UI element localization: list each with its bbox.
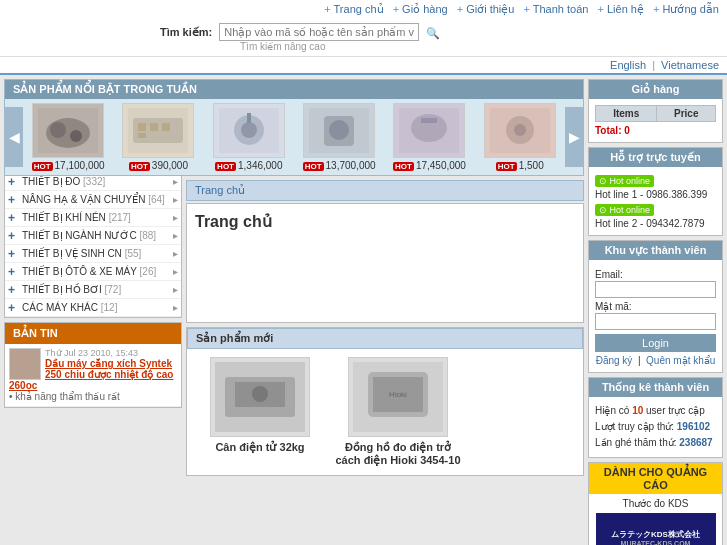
hotline-2: Hot online: [595, 204, 716, 216]
next-arrow[interactable]: ▶: [565, 107, 583, 167]
arrow-icon: ▸: [170, 248, 181, 259]
category-link[interactable]: THIẾT BỊ NGÀNH NƯỚC [88]: [18, 227, 170, 244]
np-name: Cân điện tử 32kg: [195, 441, 325, 454]
cart-body: Items Price Total: 0: [589, 99, 722, 142]
expand-icon[interactable]: +: [5, 301, 18, 315]
nav-huongdan[interactable]: Hướng dẫn: [653, 3, 719, 15]
product-image: [32, 103, 104, 158]
ad-text: Thước đo KDS: [593, 498, 718, 509]
login-button[interactable]: Login: [595, 334, 716, 352]
lang-vietnamese[interactable]: Vietnamese: [661, 59, 719, 71]
svg-rect-8: [162, 123, 170, 131]
category-link[interactable]: THIẾT BỊ VỆ SINH CN [55]: [18, 245, 170, 262]
cart-total: Total: 0: [595, 125, 716, 136]
hotline-1-number: Hot line 1 - 0986.386.399: [595, 189, 716, 200]
online-status-2[interactable]: Hot online: [595, 204, 654, 216]
arrow-icon: ▸: [170, 230, 181, 241]
featured-product: HOT13,700,000: [299, 103, 379, 171]
news-item: Thứ Jul 23 2010, 15:43 Dầu máy cắng xích…: [5, 344, 181, 407]
list-item: + THIẾT BỊ HỒ BƠI [72] ▸: [5, 281, 181, 299]
total-value: 0: [624, 125, 630, 136]
product-price: HOT13,700,000: [299, 160, 379, 171]
svg-rect-7: [150, 123, 158, 131]
hotline-1: Hot online: [595, 175, 716, 187]
ad-title: DÀNH CHO QUẢNG CÁO: [589, 463, 722, 494]
category-link[interactable]: THIẾT BỊ ÔTÔ & XE MÁY [26]: [18, 263, 170, 280]
category-link[interactable]: THIẾT BỊ KHÍ NÉN [217]: [18, 209, 170, 226]
online-status-1[interactable]: Hot online: [595, 175, 654, 187]
arrow-icon: ▸: [170, 284, 181, 295]
featured-product: HOT1,346,000: [209, 103, 289, 171]
category-link[interactable]: THIẾT BỊ HỒ BƠI [72]: [18, 281, 170, 298]
expand-icon[interactable]: +: [5, 283, 18, 297]
svg-rect-6: [138, 123, 146, 131]
search-button[interactable]: 🔍: [426, 27, 440, 40]
nav-giohang[interactable]: Giỏ hàng: [393, 3, 448, 15]
new-products-title: Sản phẩm mới: [187, 328, 583, 349]
page-title: Trang chủ: [195, 212, 575, 231]
nav-lienhe[interactable]: Liên hệ: [598, 3, 644, 15]
page-content: Trang chủ: [186, 203, 584, 323]
stats-title: Thống kê thành viên: [589, 378, 722, 397]
svg-rect-13: [247, 113, 251, 123]
password-label: Mật mã:: [595, 301, 716, 312]
email-input[interactable]: [595, 281, 716, 298]
expand-icon[interactable]: +: [5, 175, 18, 189]
arrow-icon: ▸: [170, 266, 181, 277]
search-bar: Tìm kiếm: 🔍 Tìm kiếm nâng cao: [0, 19, 727, 57]
featured-title: SẢN PHẨM NỔI BẬT TRONG TUẦN: [5, 80, 583, 99]
expand-icon[interactable]: +: [5, 211, 18, 225]
cart-widget: Giỏ hàng Items Price Total: 0: [588, 79, 723, 143]
products-row: ◀ HOT17,100,000 HOT390,000: [5, 99, 583, 175]
hotline-2-number: Hot line 2 - 094342.7879: [595, 218, 716, 229]
cart-title: Giỏ hàng: [589, 80, 722, 99]
svg-point-22: [514, 124, 526, 136]
support-body: Hot online Hot line 1 - 0986.386.399 Hot…: [589, 167, 722, 235]
svg-point-26: [252, 386, 268, 402]
forgot-link[interactable]: Quên mật khẩu: [646, 355, 715, 366]
lang-english[interactable]: English: [610, 59, 646, 71]
svg-point-2: [50, 122, 66, 138]
stat-last: Lần ghé thăm thứ: 238687: [595, 435, 716, 451]
lang-sep: |: [652, 59, 655, 71]
nav-trangchu[interactable]: Trang chủ: [324, 3, 383, 15]
new-product-item: Hioki Đồng hồ đo điện trở cách điện Hiok…: [333, 357, 463, 467]
arrow-icon: ▸: [170, 302, 181, 313]
ad-image[interactable]: ムラテックKDS株式会社 MURATEC-KDS.COM: [596, 513, 716, 545]
center-column: SẢN PHẨM NỔI BẬT TRONG TUẦN ◀ HOT17,100,…: [186, 79, 584, 545]
svg-rect-9: [138, 133, 146, 138]
product-image: [393, 103, 465, 158]
expand-icon[interactable]: +: [5, 229, 18, 243]
expand-icon[interactable]: +: [5, 193, 18, 207]
prev-arrow[interactable]: ◀: [5, 107, 23, 167]
list-item: + CÁC MÁY KHÁC [12] ▸: [5, 299, 181, 317]
search-input[interactable]: [219, 23, 419, 41]
product-image: [213, 103, 285, 158]
member-widget: Khu vực thành viên Email: Mật mã: Login …: [588, 240, 723, 373]
register-link[interactable]: Đăng ký: [596, 355, 633, 366]
products-grid: Cân điện tử 32kg Hioki Đồng hồ đo điện t…: [187, 349, 583, 475]
product-price: HOT1,500: [480, 160, 560, 171]
category-link[interactable]: CÁC MÁY KHÁC [12]: [18, 299, 170, 316]
featured-product: HOT17,100,000: [28, 103, 108, 171]
category-link[interactable]: NÂNG HẠ & VẬN CHUYỂN [64]: [18, 191, 170, 208]
list-item: + THIẾT BỊ KHÍ NÉN [217] ▸: [5, 209, 181, 227]
password-input[interactable]: [595, 313, 716, 330]
expand-icon[interactable]: +: [5, 247, 18, 261]
np-image: Hioki: [348, 357, 448, 437]
stat-visits: Lượt truy cập thứ: 196102: [595, 419, 716, 435]
support-widget: Hỗ trợ trực tuyến Hot online Hot line 1 …: [588, 147, 723, 236]
total-label: Total:: [595, 125, 621, 136]
member-links: Đăng ký | Quên mật khẩu: [595, 355, 716, 366]
arrow-icon: ▸: [170, 194, 181, 205]
product-image: [303, 103, 375, 158]
ad-body: Thước đo KDS ムラテックKDS株式会社 MURATEC-KDS.CO…: [589, 494, 722, 545]
nav-gioithieu[interactable]: Giới thiệu: [457, 3, 515, 15]
news-image: [9, 348, 41, 380]
nav-thanhtoan[interactable]: Thanh toán: [524, 3, 589, 15]
featured-banner: SẢN PHẨM NỔI BẬT TRONG TUẦN ◀ HOT17,100,…: [4, 79, 584, 176]
expand-icon[interactable]: +: [5, 265, 18, 279]
breadcrumb-home[interactable]: Trang chủ: [195, 184, 245, 196]
product-price: HOT1,346,000: [209, 160, 289, 171]
product-price: HOT390,000: [118, 160, 198, 171]
